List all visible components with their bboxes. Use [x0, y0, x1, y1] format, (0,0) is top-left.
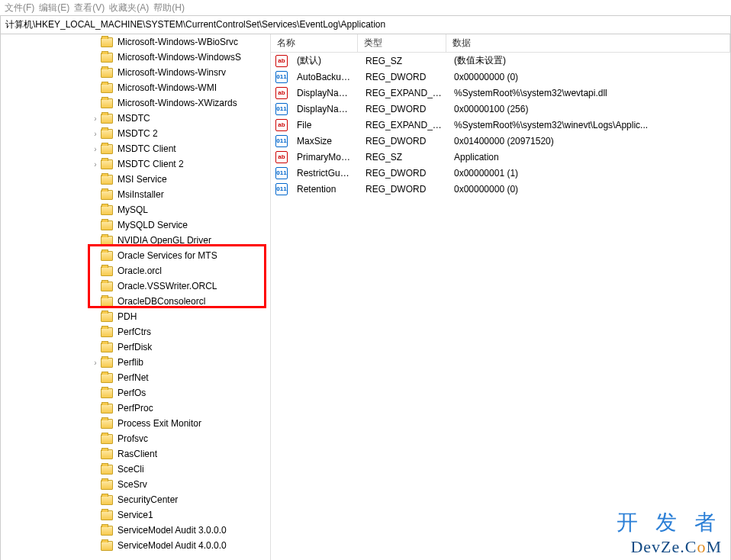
value-name: AutoBackupLo...	[291, 70, 359, 84]
tree-item[interactable]: ServiceModel Audit 4.0.0.0	[1, 538, 270, 553]
value-row[interactable]: ab(默认)REG_SZ(数值未设置)	[271, 53, 730, 69]
tree-item[interactable]: SceCli	[1, 462, 270, 477]
tree-item[interactable]: Microsoft-Windows-WMI	[1, 80, 270, 95]
tree-item[interactable]: MsiInstaller	[1, 187, 270, 202]
value-data: %SystemRoot%\system32\winevt\Logs\Applic…	[448, 118, 730, 132]
value-type: REG_DWORD	[359, 134, 448, 148]
value-name: RestrictGuestA...	[291, 166, 359, 180]
tree-item[interactable]: SecurityCenter	[1, 492, 270, 507]
tree-item[interactable]: PerfCtrs	[1, 324, 270, 340]
binary-value-icon: 011	[275, 71, 288, 83]
tree-item-label: Perflib	[118, 357, 143, 368]
tree-item[interactable]: ›Perflib	[1, 355, 270, 370]
tree-item[interactable]: PerfOs	[1, 385, 270, 401]
tree-item[interactable]: Microsoft-Windows-XWizards	[1, 95, 270, 111]
value-row[interactable]: abFileREG_EXPAND_SZ%SystemRoot%\system32…	[271, 117, 730, 133]
column-header-type[interactable]: 类型	[358, 34, 446, 53]
tree-item[interactable]: PerfProc	[1, 401, 270, 416]
value-data: 0x00000000 (0)	[448, 70, 730, 84]
folder-icon	[101, 220, 113, 230]
column-header-data[interactable]: 数据	[446, 34, 730, 53]
tree-item[interactable]: ›MSDTC	[1, 111, 270, 126]
expand-chevron-icon[interactable]: ›	[91, 359, 100, 367]
tree-item[interactable]: Microsoft-Windows-WindowsS	[1, 50, 270, 65]
menu-edit[interactable]: 编辑(E)	[39, 2, 69, 14]
value-type: REG_DWORD	[359, 70, 448, 84]
value-type: REG_SZ	[359, 150, 448, 164]
tree-item[interactable]: MySQL	[1, 202, 270, 217]
tree-item[interactable]: PerfDisk	[1, 340, 270, 355]
column-header-name[interactable]: 名称	[271, 34, 358, 53]
tree-item[interactable]: Microsoft-Windows-Winsrv	[1, 65, 270, 80]
list-pane: 名称 类型 数据 ab(默认)REG_SZ(数值未设置)011AutoBacku…	[271, 34, 730, 560]
tree-item[interactable]: NVIDIA OpenGL Driver	[1, 233, 270, 248]
tree-item[interactable]: PDH	[1, 309, 270, 324]
tree-item-label: Microsoft-Windows-Winsrv	[118, 67, 226, 78]
value-name: PrimaryModule	[291, 150, 359, 164]
folder-icon	[101, 68, 113, 78]
folder-icon	[101, 541, 113, 551]
tree-item[interactable]: MSI Service	[1, 172, 270, 187]
tree-item-label: MySQL	[118, 204, 148, 215]
tree-item[interactable]: Microsoft-Windows-WBioSrvc	[1, 34, 270, 50]
value-row[interactable]: 011RestrictGuestA...REG_DWORD0x00000001 …	[271, 165, 730, 181]
tree-item[interactable]: ›MSDTC 2	[1, 126, 270, 141]
tree-item[interactable]: MySQLD Service	[1, 217, 270, 233]
tree-item[interactable]: Oracle Services for MTS	[1, 248, 270, 263]
expand-chevron-icon[interactable]: ›	[91, 130, 100, 138]
address-bar[interactable]: 计算机\HKEY_LOCAL_MACHINE\SYSTEM\CurrentCon…	[0, 15, 731, 34]
tree-item-label: Microsoft-Windows-WBioSrvc	[118, 37, 238, 47]
tree-item[interactable]: ServiceModel Audit 3.0.0.0	[1, 523, 270, 538]
folder-icon	[101, 465, 113, 475]
tree-item[interactable]: RasClient	[1, 446, 270, 462]
value-row[interactable]: 011RetentionREG_DWORD0x00000000 (0)	[271, 181, 730, 197]
tree-item-label: MSDTC	[118, 113, 150, 124]
value-row[interactable]: abPrimaryModuleREG_SZApplication	[271, 149, 730, 165]
value-row[interactable]: 011AutoBackupLo...REG_DWORD0x00000000 (0…	[271, 69, 730, 85]
folder-icon	[101, 251, 113, 261]
tree-scroll[interactable]: Microsoft-Windows-WBioSrvcMicrosoft-Wind…	[1, 34, 270, 560]
value-type: REG_SZ	[359, 54, 448, 68]
folder-icon	[101, 404, 113, 414]
value-data: 0x01400000 (20971520)	[448, 134, 730, 148]
expand-chevron-icon[interactable]: ›	[91, 114, 100, 123]
value-name: (默认)	[291, 53, 359, 69]
folder-icon	[101, 419, 113, 429]
binary-value-icon: 011	[275, 135, 288, 147]
tree-item[interactable]: Oracle.orcl	[1, 263, 270, 278]
folder-icon	[101, 526, 113, 536]
tree-item[interactable]: OracleDBConsoleorcl	[1, 294, 270, 309]
menu-view[interactable]: 查看(V)	[74, 2, 105, 14]
tree-item-label: ServiceModel Audit 3.0.0.0	[118, 525, 227, 536]
tree-item-label: PerfNet	[118, 372, 149, 383]
tree-item-label: MySQLD Service	[118, 220, 188, 230]
tree-item[interactable]: Profsvc	[1, 431, 270, 446]
value-row[interactable]: 011MaxSizeREG_DWORD0x01400000 (20971520)	[271, 133, 730, 149]
tree-item[interactable]: SceSrv	[1, 477, 270, 492]
value-row[interactable]: 011DisplayNameIDREG_DWORD0x00000100 (256…	[271, 101, 730, 117]
value-data: 0x00000000 (0)	[448, 182, 730, 196]
tree-item[interactable]: ›MSDTC Client	[1, 141, 270, 156]
tree-item-label: PerfProc	[118, 403, 153, 414]
value-data: 0x00000001 (1)	[448, 166, 730, 180]
tree-item-label: Microsoft-Windows-XWizards	[118, 98, 237, 108]
value-row[interactable]: abDisplayNameFileREG_EXPAND_SZ%SystemRoo…	[271, 85, 730, 101]
tree-item[interactable]: ›MSDTC Client 2	[1, 156, 270, 172]
string-value-icon: ab	[275, 87, 288, 99]
menu-favorites[interactable]: 收藏夹(A)	[109, 2, 149, 14]
menu-help[interactable]: 帮助(H)	[153, 2, 185, 14]
value-data: Application	[448, 150, 730, 164]
menu-file[interactable]: 文件(F)	[5, 2, 34, 14]
tree-item[interactable]: Service1	[1, 507, 270, 523]
folder-icon	[101, 312, 113, 322]
tree-item-label: Microsoft-Windows-WMI	[118, 82, 217, 93]
expand-chevron-icon[interactable]: ›	[91, 160, 100, 169]
tree-item[interactable]: PerfNet	[1, 370, 270, 385]
tree-item[interactable]: Oracle.VSSWriter.ORCL	[1, 278, 270, 294]
value-data: %SystemRoot%\system32\wevtapi.dll	[448, 86, 730, 100]
folder-icon	[101, 175, 113, 185]
folder-icon	[101, 190, 113, 200]
expand-chevron-icon[interactable]: ›	[91, 145, 100, 153]
tree-item[interactable]: Process Exit Monitor	[1, 416, 270, 431]
folder-icon	[101, 373, 113, 383]
